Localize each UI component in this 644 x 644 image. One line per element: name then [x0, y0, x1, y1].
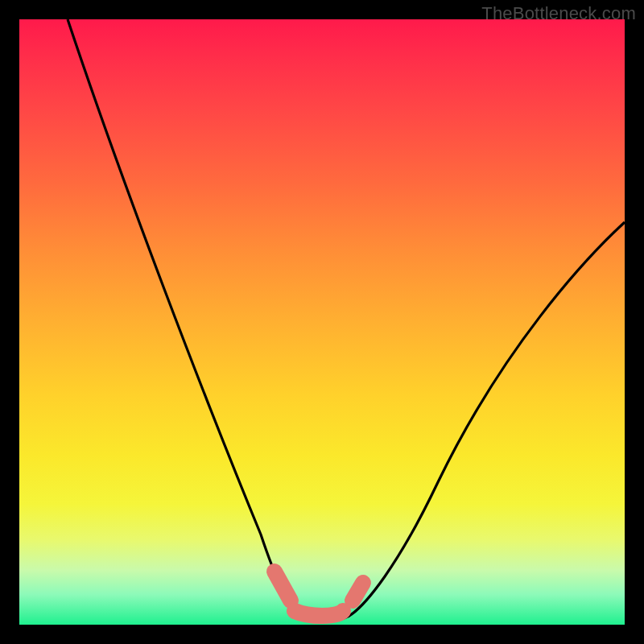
trough-marker-right — [353, 583, 363, 601]
watermark-text: TheBottleneck.com — [481, 3, 636, 24]
curve-path — [68, 19, 625, 620]
plot-area — [19, 19, 625, 625]
trough-marker-mid — [295, 611, 343, 616]
trough-marker-left — [275, 572, 291, 601]
bottleneck-curve — [19, 19, 625, 625]
